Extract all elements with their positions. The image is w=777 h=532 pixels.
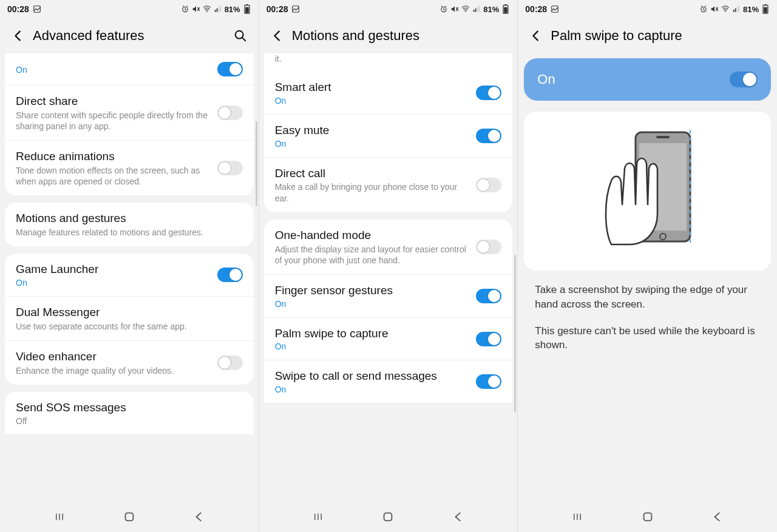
nav-home-button[interactable] (629, 505, 666, 529)
row-title: Easy mute (275, 123, 470, 138)
nav-home-button[interactable] (111, 505, 148, 529)
svg-rect-24 (475, 8, 477, 12)
nav-back-button[interactable] (440, 505, 477, 529)
picture-icon (551, 5, 559, 13)
row-subtitle: Share content with specific people direc… (16, 110, 211, 132)
search-button[interactable] (228, 24, 253, 48)
row-direct-call[interactable]: Direct call Make a call by bringing your… (264, 158, 513, 212)
toggle-palm-swipe[interactable] (476, 332, 501, 346)
row-subtitle: Make a call by bringing your phone close… (275, 181, 470, 203)
alarm-icon (181, 5, 189, 13)
status-bar: 00:28 81% (259, 0, 518, 18)
toggle-one-handed[interactable] (476, 240, 501, 254)
state-label: On (275, 96, 470, 106)
page-title: Motions and gestures (292, 28, 512, 44)
row-title: One-handed mode (275, 228, 470, 243)
master-toggle-label: On (537, 72, 730, 87)
palm-swipe-illustration (593, 126, 702, 247)
back-icon (12, 29, 25, 42)
row-subtitle: Enhance the image quality of your videos… (16, 365, 211, 376)
row-title: Palm swipe to capture (275, 326, 470, 341)
status-bar: 00:28 81% (518, 0, 777, 18)
toggle-smart-alert[interactable] (476, 86, 501, 100)
alarm-icon (439, 5, 448, 13)
description-area: Take a screenshot by swiping the edge of… (518, 277, 777, 371)
nav-back-button[interactable] (699, 505, 736, 529)
nav-back-button[interactable] (181, 505, 217, 529)
back-button[interactable] (524, 24, 548, 48)
toggle-video-enhancer[interactable] (217, 355, 243, 370)
toggle-easy-mute[interactable] (476, 129, 501, 143)
toggle-direct-call[interactable] (476, 178, 501, 192)
toggle-direct-share[interactable] (217, 106, 243, 120)
toggle-reduce-animations[interactable] (217, 161, 243, 175)
nav-recents-button[interactable] (559, 505, 595, 529)
search-icon (234, 29, 247, 42)
row-smart-alert[interactable]: Smart alert On (264, 72, 513, 115)
svg-rect-5 (214, 10, 215, 12)
row-one-handed-mode[interactable]: One-handed mode Adjust the display size … (264, 220, 513, 275)
row-motions-gestures[interactable]: Motions and gestures Manage features rel… (5, 203, 254, 246)
navigation-bar (259, 502, 518, 532)
svg-rect-28 (505, 4, 507, 5)
row-dual-messenger[interactable]: Dual Messenger Use two separate accounts… (5, 297, 254, 341)
row-partial-top[interactable]: On (5, 53, 254, 86)
home-icon (641, 510, 654, 524)
master-toggle-bar[interactable]: On (524, 58, 771, 101)
row-send-sos[interactable]: Send SOS messages Off (5, 392, 254, 434)
page-title: Advanced features (33, 28, 228, 44)
svg-rect-40 (735, 8, 736, 12)
row-title: Dual Messenger (16, 305, 237, 320)
row-swipe-call[interactable]: Swipe to call or send messages On (264, 360, 513, 403)
nav-recents-button[interactable] (300, 505, 336, 529)
nav-back-icon (192, 510, 206, 524)
svg-rect-54 (643, 513, 651, 521)
state-label: On (275, 342, 470, 351)
trailing-text: it. (264, 53, 513, 72)
svg-rect-25 (477, 7, 478, 12)
status-time: 00:28 (266, 4, 288, 14)
navigation-bar (518, 502, 777, 532)
row-reduce-animations[interactable]: Reduce animations Tone down motion effec… (5, 141, 254, 195)
toggle-game-launcher[interactable] (217, 268, 243, 282)
toggle-partial[interactable] (217, 62, 243, 76)
svg-rect-29 (504, 7, 508, 13)
toggle-finger-sensor[interactable] (476, 289, 501, 303)
svg-point-22 (465, 11, 466, 12)
row-palm-swipe[interactable]: Palm swipe to capture On (264, 318, 513, 361)
row-title: Finger sensor gestures (275, 283, 470, 298)
navigation-bar (0, 502, 259, 532)
row-video-enhancer[interactable]: Video enhancer Enhance the image quality… (5, 341, 254, 385)
mute-icon (710, 5, 719, 13)
svg-rect-34 (552, 6, 558, 13)
row-easy-mute[interactable]: Easy mute On (264, 115, 513, 158)
back-button[interactable] (265, 24, 290, 48)
svg-point-4 (206, 11, 208, 12)
status-time: 00:28 (7, 4, 29, 14)
battery-icon (243, 5, 251, 13)
status-battery: 81% (483, 5, 499, 14)
scrollbar-thumb[interactable] (256, 121, 257, 206)
wifi-icon (721, 5, 730, 13)
picture-icon (291, 5, 300, 13)
toggle-swipe-call[interactable] (476, 374, 501, 389)
wifi-icon (461, 5, 470, 13)
screen-advanced-features: 00:28 81% Advanced features On (0, 0, 259, 532)
back-button[interactable] (6, 24, 30, 48)
home-icon (381, 510, 395, 524)
row-finger-sensor[interactable]: Finger sensor gestures On (264, 275, 513, 318)
nav-recents-button[interactable] (41, 505, 78, 529)
svg-rect-11 (245, 7, 249, 13)
nav-home-button[interactable] (370, 505, 406, 529)
state-label: On (275, 299, 470, 309)
illustration-card (524, 112, 771, 271)
master-toggle-switch[interactable] (730, 72, 758, 87)
row-direct-share[interactable]: Direct share Share content with specific… (5, 86, 254, 141)
row-game-launcher[interactable]: Game Launcher On (5, 254, 254, 297)
svg-rect-41 (737, 7, 738, 12)
mute-icon (192, 5, 200, 13)
scrollbar-thumb[interactable] (514, 255, 516, 412)
svg-rect-10 (246, 4, 248, 5)
page-title: Palm swipe to capture (551, 28, 771, 44)
state-label: On (16, 278, 211, 288)
